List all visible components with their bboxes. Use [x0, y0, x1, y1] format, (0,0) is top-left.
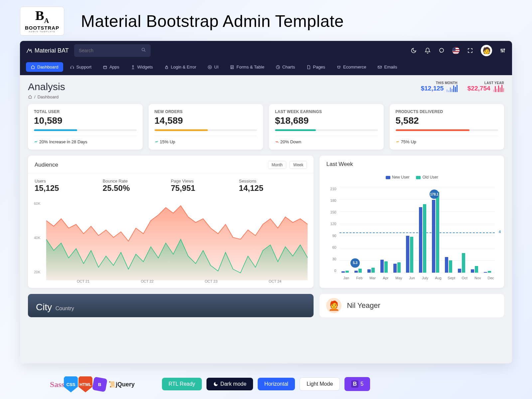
tab-month[interactable]: Month: [268, 161, 286, 169]
svg-point-0: [142, 48, 144, 51]
svg-rect-5: [103, 66, 106, 68]
svg-point-8: [209, 66, 211, 68]
nav-support[interactable]: Support: [65, 62, 96, 72]
audience-stat: Sessions14,125: [239, 179, 307, 193]
svg-point-6: [132, 65, 134, 66]
app-brand[interactable]: Material BAT: [26, 47, 69, 54]
stat-label: TOTAL USER: [34, 109, 137, 114]
user-name: Nil Yeager: [347, 301, 380, 310]
city-panel: City Country: [28, 294, 314, 317]
stat-value: 5,582: [396, 115, 498, 126]
search-box[interactable]: [74, 44, 151, 57]
tab-week[interactable]: Week: [290, 161, 307, 169]
svg-point-3: [502, 51, 503, 52]
last-week-title: Last Week: [326, 161, 353, 168]
audience-stat: Page Views75,951: [171, 179, 239, 193]
mini-metric-last-year: LAST YEAR $22,754: [467, 81, 504, 92]
stat-label: PRODUCTS DELIVERED: [396, 109, 498, 114]
chat-icon[interactable]: [438, 47, 445, 54]
search-icon[interactable]: [141, 48, 146, 54]
fullscreen-icon[interactable]: [467, 47, 473, 54]
nav-widgets[interactable]: Widgets: [126, 62, 158, 72]
footer-pill-0[interactable]: RTL Ready: [162, 378, 202, 390]
nav-forms-table[interactable]: Forms & Table: [225, 62, 269, 72]
user-avatar-icon: 🧑‍🦰: [326, 298, 341, 313]
svg-point-9: [208, 65, 212, 69]
breadcrumb-current[interactable]: Dashboard: [38, 94, 59, 99]
stat-trend: 15% Up: [155, 136, 257, 144]
last-week-panel: Last Week New User Old User 210180150120…: [320, 156, 504, 288]
stat-value: $18,689: [275, 115, 378, 126]
svg-point-4: [504, 49, 505, 50]
stat-trend: 20% Down: [275, 136, 378, 144]
topbar: Material BAT 🧑: [20, 41, 512, 60]
nav-login-error[interactable]: Login & Error: [160, 62, 201, 72]
audience-stat: Users15,125: [35, 179, 103, 193]
bootstrap-admin-logo: BA BOOTSTRAP ADMIN TEMPLATE: [20, 7, 64, 36]
nav-pages[interactable]: Pages: [302, 62, 330, 72]
flag-icon[interactable]: [452, 47, 460, 54]
svg-rect-12: [378, 66, 382, 68]
audience-chart: 60K40K20K OCT 21OCT 22OCT 23OCT 24: [28, 195, 314, 288]
audience-panel: Audience Month Week Users15,125Bounce Ra…: [28, 156, 314, 288]
footer-pill-2[interactable]: Horizontal: [258, 378, 295, 390]
audience-title: Audience: [35, 162, 58, 168]
stat-value: 10,589: [34, 115, 137, 126]
stat-card-0: TOTAL USER10,589 20% Increase in 28 Days: [28, 104, 143, 150]
moon-icon[interactable]: [410, 47, 417, 54]
search-input[interactable]: [79, 48, 141, 53]
stat-card-2: LAST WEEK EARNINGS$18,689 20% Down: [269, 104, 384, 150]
footer-pill-1[interactable]: Dark mode: [206, 378, 253, 390]
navbar: Dashboard Support Apps Widgets Login & E…: [20, 60, 512, 75]
footer-pill-4[interactable]: B5: [344, 377, 370, 391]
svg-point-1: [440, 48, 444, 52]
bell-icon[interactable]: [424, 47, 431, 54]
home-icon[interactable]: [28, 95, 32, 99]
nav-ecommerce[interactable]: Ecommerce: [332, 62, 371, 72]
last-week-chart: New User Old User 2101801501209060300 4 …: [320, 172, 504, 285]
nav-ui[interactable]: UI: [203, 62, 223, 72]
stat-card-3: PRODUCTS DELIVERED5,582 75% Up: [390, 104, 504, 150]
stat-label: LAST WEEK EARNINGS: [275, 109, 378, 114]
nav-apps[interactable]: Apps: [98, 62, 124, 72]
stat-label: NEW ORDERS: [155, 109, 257, 114]
user-panel: 🧑‍🦰 Nil Yeager: [320, 294, 504, 317]
footer-pills: RTL ReadyDark modeHorizontalLight ModeB5: [0, 377, 532, 391]
avatar[interactable]: 🧑: [481, 45, 492, 56]
footer-pill-3[interactable]: Light Mode: [300, 377, 340, 391]
nav-dashboard[interactable]: Dashboard: [26, 62, 63, 72]
stat-trend: 75% Up: [396, 136, 498, 144]
hero-title: Material Bootstrap Admin Template: [81, 12, 344, 31]
nav-emails[interactable]: Emails: [373, 62, 402, 72]
nav-charts[interactable]: Charts: [271, 62, 300, 72]
mini-metric-this-month: THIS MONTH $12,125: [421, 81, 458, 92]
breadcrumb: / Dashboard: [28, 94, 65, 99]
stat-card-1: NEW ORDERS14,589 15% Up: [149, 104, 263, 150]
settings-sliders-icon[interactable]: [499, 47, 506, 54]
svg-point-2: [501, 49, 502, 50]
svg-rect-7: [165, 67, 168, 68]
stat-trend: 20% Increase in 28 Days: [34, 136, 137, 144]
stat-value: 14,589: [155, 115, 257, 126]
page-title: Analysis: [28, 81, 65, 92]
audience-stat: Bounce Rate25.50%: [103, 179, 171, 193]
